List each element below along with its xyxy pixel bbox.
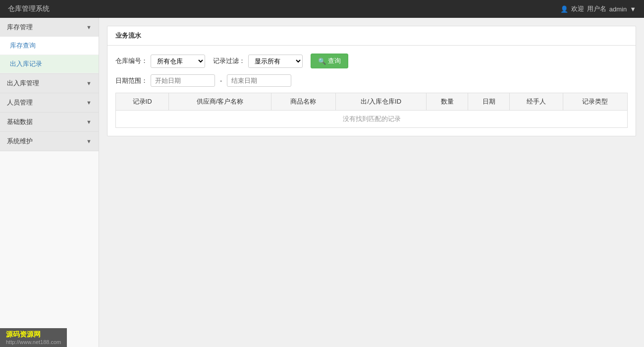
- navbar-welcome: 欢迎: [571, 4, 584, 13]
- search-button-label: 查询: [328, 57, 341, 65]
- main-content: 业务流水 仓库编号： 所有仓库 记录过滤： 显示所有: [99, 18, 644, 347]
- sidebar-group-basic-data: 基础数据 ▼: [0, 113, 99, 132]
- user-icon: 👤: [560, 5, 568, 13]
- sidebar-group-inventory-items: 库存查询 出入库记录: [0, 37, 99, 73]
- sidebar: 库存管理 ▼ 库存查询 出入库记录 出入库管理 ▼ 人员管理 ▼ 基础: [0, 18, 99, 347]
- no-data-message: 没有找到匹配的记录: [116, 111, 628, 128]
- warehouse-label: 仓库编号：: [115, 57, 148, 65]
- date-start-input[interactable]: [151, 74, 215, 87]
- col-product: 商品名称: [271, 93, 335, 111]
- panel-body: 仓库编号： 所有仓库 记录过滤： 显示所有 🔍: [107, 46, 636, 136]
- table-body: 没有找到匹配的记录: [116, 111, 628, 128]
- sidebar-group-system-maintenance: 系统维护 ▼: [0, 132, 99, 151]
- content-panel: 业务流水 仓库编号： 所有仓库 记录过滤： 显示所有: [107, 26, 636, 136]
- sidebar-group-inout-management-header[interactable]: 出入库管理 ▼: [0, 74, 99, 93]
- sidebar-group-inventory-arrow: ▼: [86, 24, 92, 30]
- navbar-username: admin: [609, 5, 627, 13]
- sidebar-group-system-maintenance-label: 系统维护: [7, 137, 33, 146]
- no-data-row: 没有找到匹配的记录: [116, 111, 628, 128]
- sidebar-group-inout-management-arrow: ▼: [86, 80, 92, 86]
- navbar-brand: 仓库管理系统: [8, 4, 50, 13]
- col-record-type: 记录类型: [563, 93, 627, 111]
- filter-item-search-btn: 🔍 查询: [311, 54, 348, 68]
- sidebar-group-person-management-arrow: ▼: [86, 100, 92, 106]
- navbar-user: 👤 欢迎 用户名 admin ▼: [560, 4, 636, 13]
- sidebar-group-inventory: 库存管理 ▼ 库存查询 出入库记录: [0, 18, 99, 74]
- record-filter-select[interactable]: 显示所有: [248, 55, 303, 68]
- col-date: 日期: [468, 93, 510, 111]
- watermark: 源码资源网 http://www.net188.com: [0, 328, 67, 347]
- record-filter-label: 记录过滤：: [213, 57, 245, 65]
- sidebar-item-inventory-query[interactable]: 库存查询: [0, 37, 99, 55]
- data-table: 记录ID 供应商/客户名称 商品名称 出/入库仓库ID 数量 日期 经手人 记录…: [115, 93, 628, 128]
- sidebar-group-basic-data-arrow: ▼: [86, 119, 92, 125]
- panel-header: 业务流水: [107, 26, 636, 46]
- search-icon: 🔍: [318, 58, 326, 65]
- warehouse-select[interactable]: 所有仓库: [151, 55, 205, 68]
- sidebar-group-person-management-label: 人员管理: [7, 98, 33, 107]
- date-range-label: 日期范围：: [115, 76, 148, 85]
- sidebar-item-inout-record[interactable]: 出入库记录: [0, 55, 99, 73]
- sidebar-group-inventory-header[interactable]: 库存管理 ▼: [0, 18, 99, 37]
- col-record-id: 记录ID: [116, 93, 169, 111]
- col-handler: 经手人: [510, 93, 563, 111]
- filter-row-2: 日期范围： -: [115, 74, 628, 87]
- table-head: 记录ID 供应商/客户名称 商品名称 出/入库仓库ID 数量 日期 经手人 记录…: [116, 93, 628, 111]
- sidebar-group-basic-data-header[interactable]: 基础数据 ▼: [0, 113, 99, 131]
- col-quantity: 数量: [427, 93, 468, 111]
- sidebar-group-inout-management: 出入库管理 ▼: [0, 74, 99, 93]
- filter-item-date: 日期范围： -: [115, 74, 291, 87]
- col-supplier: 供应商/客户名称: [169, 93, 271, 111]
- sidebar-group-system-maintenance-header[interactable]: 系统维护 ▼: [0, 132, 99, 151]
- date-end-input[interactable]: [227, 74, 291, 87]
- sidebar-group-system-maintenance-arrow: ▼: [86, 138, 92, 144]
- col-warehouse-id: 出/入库仓库ID: [336, 93, 427, 111]
- watermark-url: http://www.net188.com: [6, 339, 61, 345]
- filter-item-warehouse: 仓库编号： 所有仓库: [115, 55, 205, 68]
- sidebar-group-person-management: 人员管理 ▼: [0, 93, 99, 113]
- watermark-site: 源码资源网: [6, 330, 61, 339]
- sidebar-group-basic-data-label: 基础数据: [7, 117, 33, 126]
- filter-item-record: 记录过滤： 显示所有: [213, 55, 303, 68]
- navbar-user-label: 用户名: [587, 4, 606, 13]
- sidebar-group-inventory-label: 库存管理: [7, 23, 33, 32]
- filter-row-1: 仓库编号： 所有仓库 记录过滤： 显示所有 🔍: [115, 54, 628, 68]
- search-button[interactable]: 🔍 查询: [311, 54, 348, 68]
- layout: 库存管理 ▼ 库存查询 出入库记录 出入库管理 ▼ 人员管理 ▼ 基础: [0, 18, 644, 347]
- navbar-dropdown-icon[interactable]: ▼: [630, 5, 636, 13]
- date-separator: -: [218, 77, 224, 84]
- sidebar-group-person-management-header[interactable]: 人员管理 ▼: [0, 93, 99, 112]
- navbar: 仓库管理系统 👤 欢迎 用户名 admin ▼: [0, 0, 644, 18]
- sidebar-group-inout-management-label: 出入库管理: [7, 79, 39, 88]
- table-header-row: 记录ID 供应商/客户名称 商品名称 出/入库仓库ID 数量 日期 经手人 记录…: [116, 93, 628, 111]
